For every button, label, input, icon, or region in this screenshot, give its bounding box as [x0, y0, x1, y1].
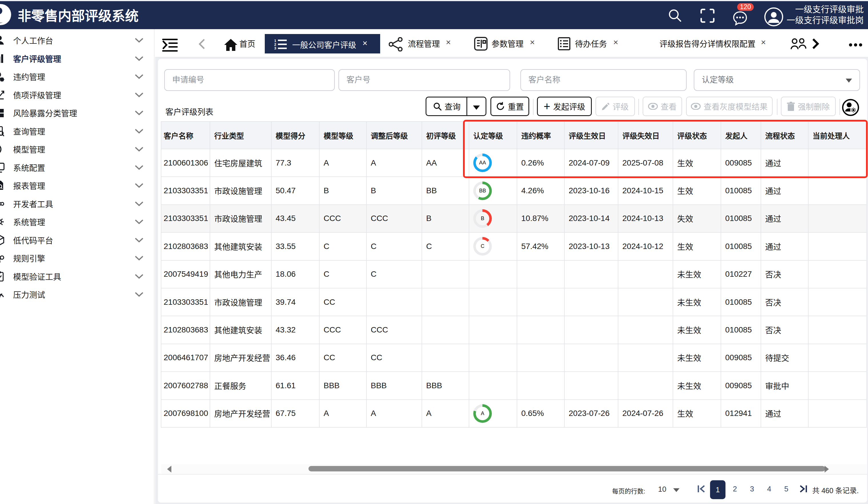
svg-text:3: 3: [274, 46, 276, 50]
